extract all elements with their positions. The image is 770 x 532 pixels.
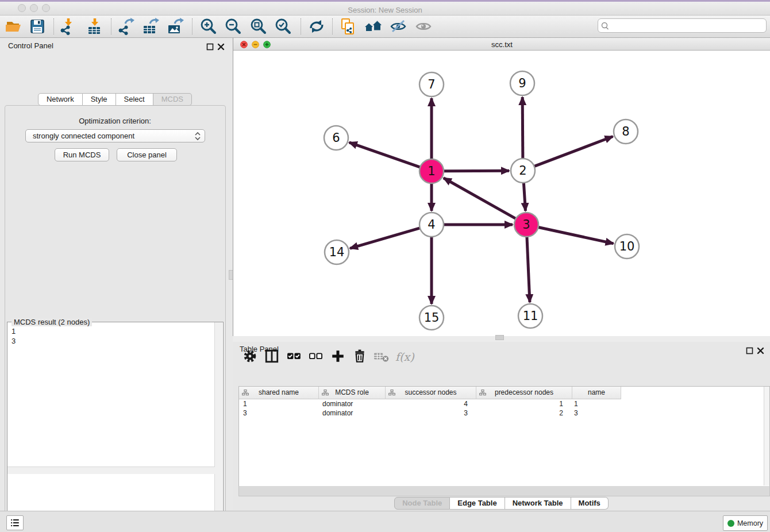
node-table[interactable]: shared nameMCDS rolesuccessor nodesprede… bbox=[238, 386, 770, 487]
table-settings-icon[interactable] bbox=[242, 349, 260, 366]
result-horizontal-scrollbar[interactable] bbox=[7, 467, 215, 474]
function-builder-icon[interactable]: f(x) bbox=[395, 350, 414, 363]
graph-node-7[interactable]: 7 bbox=[419, 72, 444, 97]
graph-node-4[interactable]: 4 bbox=[419, 213, 444, 237]
graph-node-15[interactable]: 15 bbox=[419, 306, 444, 330]
tab-network[interactable]: Network bbox=[38, 93, 83, 106]
task-list-icon bbox=[10, 518, 20, 528]
show-all-icon[interactable] bbox=[414, 17, 433, 36]
zoom-out-icon[interactable] bbox=[224, 17, 242, 36]
delete-column-icon[interactable] bbox=[352, 349, 369, 366]
graph-node-14[interactable]: 14 bbox=[325, 240, 349, 264]
criterion-dropdown[interactable]: strongly connected component bbox=[25, 129, 205, 142]
horizontal-splitter-grip[interactable] bbox=[495, 335, 504, 340]
graph-edge-3-10[interactable] bbox=[538, 227, 614, 244]
export-network-icon[interactable] bbox=[117, 17, 135, 36]
mcds-result-text[interactable]: 1 3 bbox=[11, 326, 16, 346]
tab-node-table[interactable]: Node Table bbox=[394, 497, 450, 510]
table-horizontal-scrollbar[interactable] bbox=[238, 486, 770, 496]
task-history-button[interactable] bbox=[6, 515, 24, 530]
graph-node-2[interactable]: 2 bbox=[511, 159, 535, 183]
add-column-icon[interactable] bbox=[330, 349, 348, 366]
graph-node-8[interactable]: 8 bbox=[614, 119, 638, 144]
column-header-MCDS-role[interactable]: MCDS role bbox=[319, 387, 386, 399]
svg-text:7: 7 bbox=[428, 78, 435, 91]
graph-node-10[interactable]: 10 bbox=[615, 234, 639, 259]
export-image-icon[interactable] bbox=[166, 17, 184, 36]
cell-predecessor-nodes[interactable]: 2 bbox=[475, 408, 570, 418]
graph-node-3[interactable]: 3 bbox=[514, 213, 538, 237]
refresh-view-icon[interactable] bbox=[307, 17, 326, 36]
search-input[interactable] bbox=[611, 21, 766, 30]
save-session-icon[interactable] bbox=[28, 17, 47, 36]
graph-node-11[interactable]: 11 bbox=[518, 304, 542, 328]
graph-edge-3-11[interactable] bbox=[527, 236, 530, 302]
graph-edge-2-3[interactable] bbox=[523, 182, 525, 211]
cell-name[interactable]: 1 bbox=[570, 399, 618, 408]
zoom-selected-icon[interactable] bbox=[274, 17, 292, 36]
split-view-icon[interactable] bbox=[264, 349, 282, 366]
cell-shared-name[interactable]: 3 bbox=[239, 408, 318, 418]
cell-successor-nodes[interactable]: 4 bbox=[384, 399, 475, 408]
table-row[interactable]: 1dominator411 bbox=[239, 399, 764, 408]
cell-shared-name[interactable]: 1 bbox=[239, 399, 318, 408]
main-toolbar bbox=[0, 16, 770, 38]
graph-node-6[interactable]: 6 bbox=[324, 126, 348, 150]
mcds-result-box bbox=[7, 322, 224, 532]
graph-edge-1-6[interactable] bbox=[349, 142, 421, 167]
run-mcds-button[interactable]: Run MCDS bbox=[55, 148, 109, 161]
cell-MCDS-role[interactable]: dominator bbox=[318, 408, 384, 418]
cell-successor-nodes[interactable]: 3 bbox=[384, 408, 475, 418]
tab-select[interactable]: Select bbox=[116, 93, 153, 106]
select-all-rows-icon[interactable] bbox=[287, 349, 304, 366]
control-panel-title: Control Panel bbox=[8, 41, 53, 50]
zoom-fit-icon[interactable] bbox=[249, 17, 268, 36]
table-close-icon[interactable] bbox=[757, 346, 764, 357]
column-header-predecessor-nodes[interactable]: predecessor nodes bbox=[476, 387, 572, 399]
network-window-titlebar[interactable]: scc.txt bbox=[233, 38, 770, 51]
graph-edge-2-9[interactable] bbox=[522, 97, 523, 159]
graph-edge-4-14[interactable] bbox=[350, 228, 421, 249]
import-table-icon[interactable] bbox=[86, 17, 104, 36]
export-table-icon[interactable] bbox=[141, 17, 160, 36]
cell-predecessor-nodes[interactable]: 1 bbox=[475, 399, 570, 408]
result-vertical-scrollbar[interactable] bbox=[214, 322, 222, 529]
tab-network-table[interactable]: Network Table bbox=[505, 497, 571, 510]
delete-table-icon[interactable] bbox=[374, 349, 391, 366]
tab-mcds[interactable]: MCDS bbox=[153, 93, 192, 106]
close-panel-icon[interactable] bbox=[217, 43, 225, 53]
graph-node-9[interactable]: 9 bbox=[510, 71, 534, 95]
cell-name[interactable]: 3 bbox=[570, 408, 618, 418]
memory-button[interactable]: Memory bbox=[723, 515, 768, 531]
open-session-icon[interactable] bbox=[4, 17, 22, 36]
table-row[interactable]: 3dominator323 bbox=[239, 408, 764, 418]
table-float-icon[interactable] bbox=[746, 346, 753, 357]
zoom-in-icon[interactable] bbox=[199, 17, 218, 36]
column-header-successor-nodes[interactable]: successor nodes bbox=[386, 387, 476, 399]
column-header-shared-name[interactable]: shared name bbox=[239, 387, 319, 399]
tab-edge-table[interactable]: Edge Table bbox=[450, 497, 505, 510]
network-title: scc.txt bbox=[233, 40, 770, 49]
table-vertical-scrollbar[interactable] bbox=[764, 387, 769, 485]
main-titlebar[interactable]: Session: New Session bbox=[0, 2, 770, 16]
cell-MCDS-role[interactable]: dominator bbox=[318, 399, 384, 408]
deselect-all-rows-icon[interactable] bbox=[309, 349, 326, 366]
graph-edge-3-1[interactable] bbox=[444, 178, 517, 219]
tab-motifs[interactable]: Motifs bbox=[571, 497, 609, 510]
search-box[interactable] bbox=[598, 18, 767, 33]
graph-edge-2-8[interactable] bbox=[534, 137, 613, 167]
toolbar-separator bbox=[53, 18, 54, 34]
import-network-icon[interactable] bbox=[59, 17, 77, 36]
tab-style[interactable]: Style bbox=[83, 93, 116, 106]
close-panel-button[interactable]: Close panel bbox=[117, 148, 177, 161]
memory-status-icon bbox=[727, 520, 734, 527]
column-header-name[interactable]: name bbox=[572, 387, 621, 399]
mcds-result-legend: MCDS result (2 nodes) bbox=[11, 318, 92, 326]
hide-selected-icon[interactable] bbox=[389, 17, 407, 36]
first-neighbors-icon[interactable] bbox=[364, 17, 382, 36]
copy-network-icon[interactable] bbox=[338, 17, 357, 36]
graph-edge-1-2[interactable] bbox=[443, 171, 509, 171]
network-canvas[interactable]: 7968124314101511 bbox=[233, 51, 770, 336]
float-panel-icon[interactable] bbox=[206, 43, 214, 53]
graph-node-1[interactable]: 1 bbox=[419, 159, 444, 183]
